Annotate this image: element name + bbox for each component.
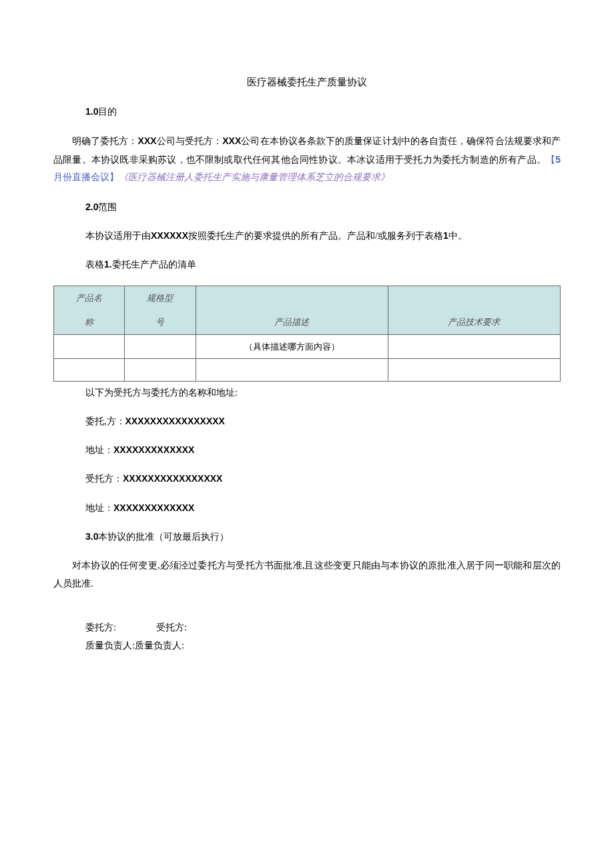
product-table: 产品名 称 规格型 号 产品描述 产品技术要求 （具体描述哪方面内容） bbox=[53, 286, 561, 382]
s2-text-3: 中。 bbox=[448, 231, 467, 241]
caption-num: 1. bbox=[104, 259, 112, 270]
entrusted-address-line: 地址：XXXXXXXXXXXXX bbox=[85, 500, 561, 516]
section-1-paragraph: 明确了委托方：XXX公司与受托方：XXX公司在本协议各条款下的质量保证计划中的各… bbox=[53, 132, 561, 187]
cell-r1c0 bbox=[54, 358, 125, 381]
entrusting-party-label: 委托,方： bbox=[85, 416, 125, 426]
link1-num: 5 bbox=[555, 154, 561, 165]
section-1-number: 1.0 bbox=[85, 106, 98, 117]
document-title: 医疗器械委托生产质量协议 bbox=[53, 73, 561, 91]
cell-r1c1 bbox=[125, 358, 196, 381]
th-c2a: 规格型 bbox=[130, 290, 190, 306]
entrusted-address-label: 地址： bbox=[85, 503, 113, 513]
entrusted-party-label: 受托方： bbox=[85, 474, 123, 484]
th-c1a: 产品名 bbox=[59, 290, 119, 306]
sig-entrusting-label: 委托方: bbox=[85, 619, 116, 637]
s1-xxx-1: XXX bbox=[138, 135, 157, 146]
entrusted-party-line: 受托方：XXXXXXXXXXXXXXXX bbox=[85, 470, 561, 487]
entrusting-address-value: XXXXXXXXXXXXX bbox=[113, 444, 194, 455]
section-1-heading: 1.0目的 bbox=[85, 103, 561, 120]
section-2-paragraph: 本协议适用于由XXXXXX按照委托生产的要求提供的所有产品。产品和/或服务列于表… bbox=[85, 228, 561, 244]
table-caption: 表格1.委托生产产品的清单 bbox=[85, 256, 561, 273]
th-product-name: 产品名 称 bbox=[54, 286, 125, 334]
section-1-label: 目的 bbox=[98, 107, 117, 117]
signature-row-1: 委托方:受托方: bbox=[85, 619, 561, 637]
table-row bbox=[54, 358, 561, 381]
cell-r1c2 bbox=[196, 358, 388, 381]
entrusted-address-value: XXXXXXXXXXXXX bbox=[113, 502, 194, 513]
section-3-paragraph: 对本协议的任何变更,必须泾过委托方与受托方书面批准,且这些变更只能由与本协议的原… bbox=[53, 557, 561, 592]
section-2-label: 范围 bbox=[98, 202, 117, 212]
cell-r0c1 bbox=[125, 334, 196, 358]
table-header-row: 产品名 称 规格型 号 产品描述 产品技术要求 bbox=[54, 286, 561, 334]
s2-text-2: 按照委托生产的要求提供的所有产品。产品和/或服务列于表格 bbox=[188, 231, 443, 241]
cell-r1c3 bbox=[388, 358, 560, 381]
th-c2b: 号 bbox=[130, 314, 190, 330]
table-row: （具体描述哪方面内容） bbox=[54, 334, 561, 358]
s1-xxx-2: XXX bbox=[222, 135, 241, 146]
s2-one: 1 bbox=[443, 230, 448, 241]
sig-quality-a-label: 质量负责人: bbox=[85, 637, 135, 655]
entrusting-address-label: 地址： bbox=[85, 445, 113, 455]
regulation-link[interactable]: 《医疗器械注册人委托生产实施与康量管理体系芝立的合规要求》 bbox=[119, 172, 390, 182]
sig-entrusted-label: 受托方: bbox=[156, 619, 187, 637]
th-c4: 产品技术要求 bbox=[448, 317, 500, 327]
s1-text-2: 公司与受托方： bbox=[157, 136, 223, 146]
caption-prefix: 表格 bbox=[85, 260, 104, 270]
th-c3: 产品描述 bbox=[274, 317, 309, 327]
signature-row-2: 质量负责人:质量负责人: bbox=[85, 637, 561, 655]
entrusting-party-line: 委托,方：XXXXXXXXXXXXXXXX bbox=[85, 413, 561, 430]
s2-xxxxxx: XXXXXX bbox=[151, 230, 188, 241]
caption-rest: 委托生产产品的清单 bbox=[112, 260, 196, 270]
th-description: 产品描述 bbox=[196, 286, 388, 334]
section-2-heading: 2.0范围 bbox=[85, 199, 561, 215]
section-3-heading: 3.0本协议的批准（可放最后执行） bbox=[85, 528, 561, 545]
sig-quality-b-label: 质量负责人: bbox=[135, 637, 184, 655]
cell-r0c2: （具体描述哪方面内容） bbox=[196, 334, 388, 358]
section-3-label: 本协议的批准（可放最后执行） bbox=[98, 532, 229, 542]
parties-intro: 以下为受托方与委托方的名称和地址: bbox=[85, 384, 561, 401]
th-c1b: 称 bbox=[59, 314, 119, 330]
entrusted-party-value: XXXXXXXXXXXXXXXX bbox=[123, 473, 222, 484]
th-spec-model: 规格型 号 bbox=[125, 286, 196, 334]
th-tech-req: 产品技术要求 bbox=[388, 286, 560, 334]
link1-bracket: 【 bbox=[546, 155, 555, 165]
entrusting-address-line: 地址：XXXXXXXXXXXXX bbox=[85, 442, 561, 458]
section-2-number: 2.0 bbox=[85, 201, 98, 212]
s2-text-1: 本协议适用于由 bbox=[85, 231, 151, 241]
entrusting-party-value: XXXXXXXXXXXXXXXX bbox=[125, 416, 225, 426]
cell-r0c3 bbox=[388, 334, 560, 358]
link1-rest: 月份直播会议】 bbox=[53, 172, 119, 182]
s1-text-1: 明确了委托方： bbox=[72, 136, 138, 146]
cell-r0c0 bbox=[54, 334, 125, 358]
section-3-number: 3.0 bbox=[85, 531, 98, 542]
signature-block: 委托方:受托方: 质量负责人:质量负责人: bbox=[85, 619, 561, 655]
